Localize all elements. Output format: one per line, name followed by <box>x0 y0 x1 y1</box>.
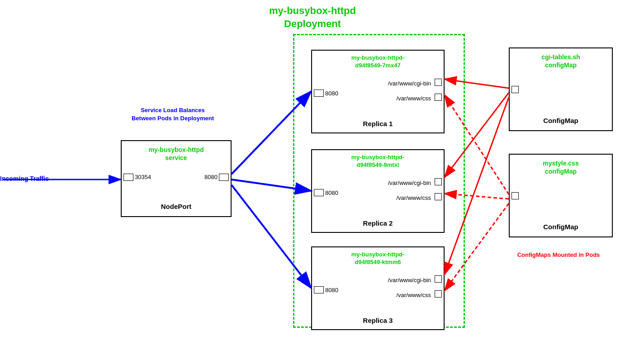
service-port-in-label: 30354 <box>135 174 151 180</box>
configmap2-name: mystyle.css configMap <box>510 155 612 175</box>
replica1-path1: /var/www/cgi-bin <box>388 80 431 87</box>
replica1-port-box <box>314 90 324 97</box>
replica2-port-box <box>314 189 324 196</box>
configmap1-label: ConfigMap <box>543 117 578 124</box>
replica1-name: my-busybox-httpd- d94f8549-7mx47 <box>312 51 444 70</box>
load-balance-label: Service Load Balances Between Pods in De… <box>123 106 223 123</box>
service-port-out-box <box>219 174 229 181</box>
replica3-path2: /var/www/css <box>396 292 431 298</box>
replica2-label: Replica 2 <box>363 219 393 227</box>
configmap-box-2: mystyle.css configMap ConfigMap <box>509 154 613 237</box>
configmap1-port-box <box>511 86 519 93</box>
replica3-right-port2 <box>435 290 442 298</box>
replica-box-3: my-busybox-httpd- d94f8549-ktmm6 /var/ww… <box>311 246 445 330</box>
diagram: my-busybox-httpd Deployment my-busybox-h… <box>0 0 625 364</box>
replica3-port-label: 8080 <box>325 287 338 293</box>
replica3-path1: /var/www/cgi-bin <box>388 277 431 284</box>
service-port-out-label: 8080 <box>204 174 218 180</box>
configmap-box-1: cgi-tables.sh configMap ConfigMap <box>509 47 613 131</box>
replica3-name: my-busybox-httpd- d94f8549-ktmm6 <box>312 247 444 266</box>
replica1-path2: /var/www/css <box>396 95 431 102</box>
replica2-name: my-busybox-httpd- d94f8549-9mtxl <box>312 150 444 169</box>
replica3-right-port1 <box>435 275 442 283</box>
replica-box-1: my-busybox-httpd- d94f8549-7mx47 /var/ww… <box>311 50 445 133</box>
incoming-traffic-label: Incoming Traffic <box>0 175 49 182</box>
service-box: my-busybox-httpd service 8080 30354 Node… <box>121 140 232 217</box>
deployment-title: my-busybox-httpd Deployment <box>0 5 625 30</box>
configmaps-mounted-label: ConfigMaps Mounted in Pods <box>504 251 613 259</box>
replica2-path1: /var/www/cgi-bin <box>388 180 431 186</box>
replica2-right-port1 <box>435 178 442 185</box>
replica2-port-label: 8080 <box>325 189 338 196</box>
replica2-path2: /var/www/css <box>396 194 431 201</box>
replica2-right-port2 <box>435 193 442 200</box>
replica1-port-label: 8080 <box>325 90 338 97</box>
replica-box-2: my-busybox-httpd- d94f8549-9mtxl /var/ww… <box>311 149 445 233</box>
configmap2-label: ConfigMap <box>543 223 578 231</box>
configmap2-port-box <box>511 192 519 199</box>
replica1-label: Replica 1 <box>363 120 393 128</box>
replica1-right-port1 <box>435 79 442 86</box>
replica3-label: Replica 3 <box>363 317 393 324</box>
service-node-type: NodePort <box>161 203 192 210</box>
replica3-port-box <box>314 286 324 293</box>
service-name: my-busybox-httpd service <box>122 141 231 162</box>
service-port-in-box <box>123 174 133 181</box>
replica1-right-port2 <box>435 94 442 101</box>
configmap1-name: cgi-tables.sh configMap <box>510 48 612 69</box>
